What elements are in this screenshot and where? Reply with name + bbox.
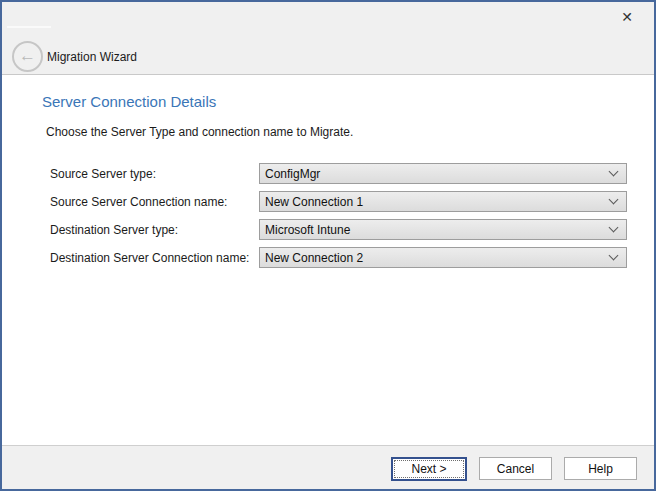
source-server-type-select[interactable]: ConfigMgr: [259, 163, 627, 184]
field-label: Source Server Connection name:: [50, 195, 259, 209]
destination-server-connection-name-select[interactable]: New Connection 2: [259, 247, 627, 268]
destination-server-type-select[interactable]: Microsoft Intune: [259, 219, 627, 240]
selected-value: ConfigMgr: [265, 167, 320, 181]
selected-value: Microsoft Intune: [265, 223, 350, 237]
page-description: Choose the Server Type and connection na…: [46, 125, 654, 139]
chevron-down-icon: [609, 223, 619, 233]
chevron-down-icon: [609, 167, 619, 177]
field-label: Destination Server type:: [50, 223, 259, 237]
field-label: Destination Server Connection name:: [50, 251, 259, 265]
selected-value: New Connection 2: [265, 251, 363, 265]
source-server-connection-name-select[interactable]: New Connection 1: [259, 191, 627, 212]
close-icon: ✕: [621, 9, 633, 25]
selected-value: New Connection 1: [265, 195, 363, 209]
wizard-content: Server Connection Details Choose the Ser…: [2, 93, 654, 463]
form-row: Source Server Connection name: New Conne…: [50, 191, 654, 212]
help-button[interactable]: Help: [564, 457, 637, 480]
form-row: Destination Server type: Microsoft Intun…: [50, 219, 654, 240]
next-button[interactable]: Next >: [391, 457, 467, 481]
page-title: Server Connection Details: [42, 93, 654, 110]
form-row: Destination Server Connection name: New …: [50, 247, 654, 268]
close-button[interactable]: ✕: [612, 4, 642, 30]
footer-bar: Next > Cancel Help: [2, 445, 654, 489]
chevron-down-icon: [609, 195, 619, 205]
back-button[interactable]: ←: [12, 41, 43, 72]
migration-wizard-window: ✕ ← Migration Wizard Server Connection D…: [0, 0, 656, 491]
wizard-title: Migration Wizard: [47, 50, 137, 64]
connection-form: Source Server type: ConfigMgr Source Ser…: [50, 163, 654, 268]
field-label: Source Server type:: [50, 167, 259, 181]
wizard-header: ✕ ← Migration Wizard: [2, 2, 654, 75]
cancel-button[interactable]: Cancel: [479, 457, 552, 480]
back-arrow-icon: ←: [19, 47, 36, 64]
titlebar-accent-line: [7, 26, 51, 28]
chevron-down-icon: [609, 251, 619, 261]
form-row: Source Server type: ConfigMgr: [50, 163, 654, 184]
